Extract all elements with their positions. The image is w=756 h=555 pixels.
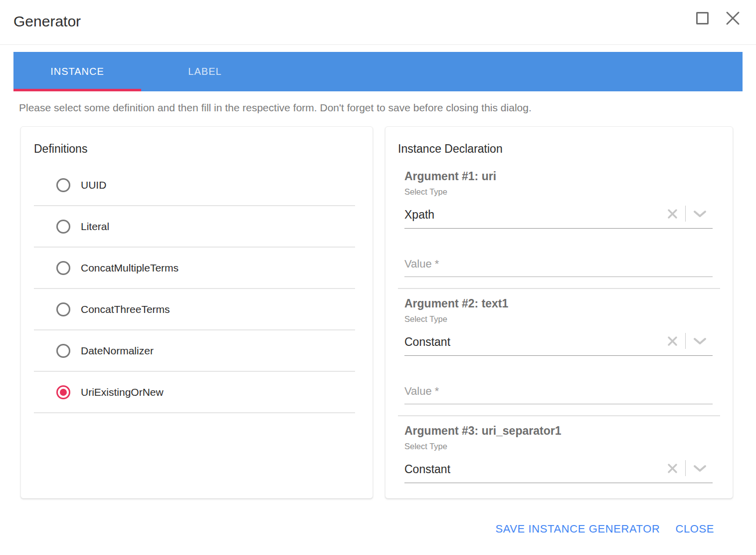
tab-label[interactable]: LABEL bbox=[141, 52, 269, 91]
definition-option-uuid[interactable]: UUID bbox=[21, 165, 373, 205]
radio-icon[interactable] bbox=[56, 220, 70, 234]
option-label: UUID bbox=[81, 179, 106, 191]
type-select[interactable]: Xpath bbox=[404, 206, 713, 229]
value-input[interactable] bbox=[404, 258, 713, 277]
chevron-down-icon[interactable] bbox=[693, 210, 707, 218]
definitions-panel: Definitions UUID Literal ConcatMultipleT… bbox=[20, 126, 373, 499]
instance-declaration-panel: Instance Declaration Argument #1: uri Se… bbox=[385, 126, 733, 499]
panels: Definitions UUID Literal ConcatMultipleT… bbox=[20, 126, 733, 499]
select-icons bbox=[667, 460, 713, 476]
tab-instance-label: INSTANCE bbox=[50, 66, 104, 77]
argument-section-1: Argument #1: uri Select Type Xpath bbox=[404, 169, 713, 289]
save-instance-generator-button[interactable]: SAVE INSTANCE GENERATOR bbox=[495, 523, 660, 536]
close-icon[interactable] bbox=[725, 10, 741, 26]
radio-icon[interactable] bbox=[56, 178, 70, 192]
tab-instance[interactable]: INSTANCE bbox=[13, 52, 141, 91]
instruction-text: Please select some definition and then f… bbox=[19, 102, 736, 114]
maximize-icon[interactable] bbox=[696, 12, 709, 24]
arguments-list: Argument #1: uri Select Type Xpath Argum… bbox=[404, 169, 713, 483]
definition-option-datenormalizer[interactable]: DateNormalizer bbox=[21, 330, 373, 371]
select-divider bbox=[685, 206, 686, 222]
select-type-label: Select Type bbox=[404, 314, 713, 324]
instance-declaration-heading: Instance Declaration bbox=[398, 142, 733, 156]
select-icons bbox=[667, 333, 713, 349]
definition-option-concatthreeterms[interactable]: ConcatThreeTerms bbox=[21, 289, 373, 329]
chevron-down-icon[interactable] bbox=[693, 465, 707, 472]
type-select-value: Constant bbox=[404, 463, 450, 476]
window-controls bbox=[696, 10, 741, 26]
argument-section-3: Argument #3: uri_separator1 Select Type … bbox=[404, 424, 713, 483]
select-divider bbox=[685, 460, 686, 476]
active-tab-underline bbox=[13, 89, 141, 91]
divider bbox=[398, 415, 720, 416]
option-label: UriExistingOrNew bbox=[81, 386, 164, 398]
dialog-title: Generator bbox=[13, 13, 81, 30]
radio-icon[interactable] bbox=[56, 261, 70, 275]
type-select[interactable]: Constant bbox=[404, 460, 713, 483]
option-label: Literal bbox=[81, 221, 109, 233]
definition-option-concatmultipleterms[interactable]: ConcatMultipleTerms bbox=[21, 248, 373, 288]
footer-actions: SAVE INSTANCE GENERATOR CLOSE bbox=[0, 523, 756, 536]
radio-icon[interactable] bbox=[56, 385, 70, 399]
argument-section-2: Argument #2: text1 Select Type Constant bbox=[404, 296, 713, 416]
chevron-down-icon[interactable] bbox=[693, 337, 707, 345]
type-select-value: Xpath bbox=[404, 208, 434, 222]
tab-bar: INSTANCE LABEL bbox=[13, 52, 743, 91]
definitions-heading: Definitions bbox=[34, 142, 373, 156]
definition-option-literal[interactable]: Literal bbox=[21, 206, 373, 247]
divider bbox=[398, 288, 720, 289]
definition-option-uriexistingornew[interactable]: UriExistingOrNew bbox=[21, 372, 373, 412]
select-divider bbox=[685, 333, 686, 349]
value-input[interactable] bbox=[404, 385, 713, 404]
clear-icon[interactable] bbox=[667, 463, 678, 474]
divider bbox=[34, 412, 355, 413]
dialog-header: Generator bbox=[0, 0, 756, 45]
clear-icon[interactable] bbox=[667, 336, 678, 346]
select-type-label: Select Type bbox=[404, 442, 713, 451]
argument-title: Argument #2: text1 bbox=[404, 296, 713, 310]
argument-title: Argument #3: uri_separator1 bbox=[404, 424, 713, 438]
tab-label-label: LABEL bbox=[188, 66, 221, 77]
close-button[interactable]: CLOSE bbox=[675, 523, 714, 536]
select-type-label: Select Type bbox=[404, 187, 713, 197]
select-icons bbox=[667, 206, 713, 222]
option-label: ConcatThreeTerms bbox=[81, 303, 170, 315]
clear-icon[interactable] bbox=[667, 209, 678, 219]
argument-title: Argument #1: uri bbox=[404, 169, 713, 183]
radio-icon[interactable] bbox=[56, 302, 70, 316]
type-select-value: Constant bbox=[404, 335, 450, 349]
radio-icon[interactable] bbox=[56, 344, 70, 358]
option-label: DateNormalizer bbox=[81, 345, 154, 357]
type-select[interactable]: Constant bbox=[404, 333, 713, 356]
option-label: ConcatMultipleTerms bbox=[81, 262, 179, 274]
